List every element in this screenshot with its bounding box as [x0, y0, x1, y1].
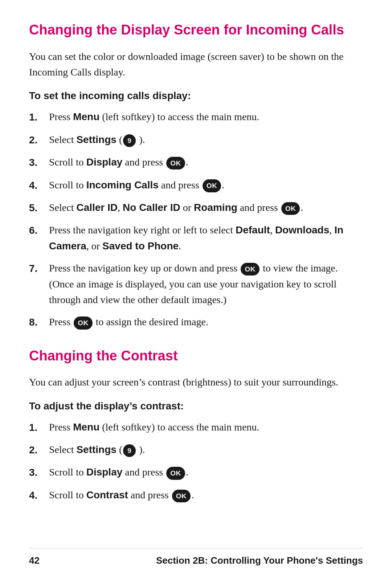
- step-1-4: 4. Scroll to Incoming Calls and press OK…: [29, 177, 363, 193]
- step-1-5: 5. Select Caller ID, No Caller ID or Roa…: [29, 200, 363, 216]
- ok-badge: OK: [172, 490, 191, 502]
- step-1-6: 6. Press the navigation key right or lef…: [29, 222, 363, 254]
- section2-intro: You can adjust your screen’s contrast (b…: [29, 374, 363, 390]
- step-content: Select Caller ID, No Caller ID or Roamin…: [49, 200, 363, 215]
- section1-intro: You can set the color or downloaded imag…: [29, 49, 363, 80]
- step-number: 2.: [29, 442, 49, 458]
- ok-badge: OK: [281, 202, 300, 215]
- step-1-1: 1. Press Menu (left softkey) to access t…: [29, 109, 363, 125]
- step-content: Select Settings (9 ).: [49, 442, 363, 457]
- step-content: Press Menu (left softkey) to access the …: [49, 109, 363, 124]
- step-content: Press Menu (left softkey) to access the …: [49, 419, 363, 435]
- step-1-8: 8. Press OK to assign the desired image.: [29, 314, 363, 330]
- ok-badge: OK: [74, 317, 93, 329]
- step-1-2: 2. Select Settings (9 ).: [29, 132, 363, 148]
- step-number: 3.: [29, 464, 49, 480]
- ok-badge: OK: [203, 179, 221, 192]
- step-number: 4.: [29, 487, 49, 503]
- step-number: 8.: [29, 314, 49, 330]
- footer-page-number: 42: [29, 555, 40, 566]
- section1-title: Changing the Display Screen for Incoming…: [29, 22, 363, 38]
- step-content: Press the navigation key right or left t…: [49, 222, 363, 254]
- step-content: Scroll to Incoming Calls and press OK.: [49, 177, 363, 193]
- step-number: 1.: [29, 109, 49, 125]
- step-2-3: 3. Scroll to Display and press OK.: [29, 464, 363, 480]
- num-badge-9: 9: [123, 444, 136, 457]
- step-number: 1.: [29, 419, 49, 435]
- step-number: 4.: [29, 177, 49, 193]
- section2-subsection-label: To adjust the display’s contrast:: [29, 400, 363, 412]
- step-number: 7.: [29, 260, 49, 276]
- step-number: 6.: [29, 222, 49, 238]
- step-2-4: 4. Scroll to Contrast and press OK.: [29, 487, 363, 503]
- step-content: Scroll to Contrast and press OK.: [49, 487, 363, 503]
- step-1-3: 3. Scroll to Display and press OK.: [29, 154, 363, 170]
- step-content: Select Settings (9 ).: [49, 132, 363, 147]
- step-2-1: 1. Press Menu (left softkey) to access t…: [29, 419, 363, 435]
- step-content: Scroll to Display and press OK.: [49, 464, 363, 480]
- footer-section-label: Section 2B: Controlling Your Phone's Set…: [156, 555, 363, 566]
- step-number: 5.: [29, 200, 49, 216]
- section1-subsection-label: To set the incoming calls display:: [29, 90, 363, 102]
- section2-title: Changing the Contrast: [29, 348, 363, 364]
- section1-steps-list: 1. Press Menu (left softkey) to access t…: [29, 109, 363, 330]
- step-content: Scroll to Display and press OK.: [49, 154, 363, 170]
- num-badge-9: 9: [123, 134, 136, 147]
- step-content: Press OK to assign the desired image.: [49, 314, 363, 330]
- step-number: 3.: [29, 154, 49, 170]
- footer: 42 Section 2B: Controlling Your Phone's …: [29, 548, 363, 566]
- ok-badge: OK: [241, 263, 260, 275]
- ok-badge: OK: [166, 157, 185, 170]
- step-2-2: 2. Select Settings (9 ).: [29, 442, 363, 458]
- ok-badge: OK: [166, 467, 185, 479]
- step-1-7: 7. Press the navigation key up or down a…: [29, 260, 363, 307]
- step-content: Press the navigation key up or down and …: [49, 260, 363, 307]
- section2-steps-list: 1. Press Menu (left softkey) to access t…: [29, 419, 363, 503]
- section2: Changing the Contrast You can adjust you…: [29, 348, 363, 503]
- step-number: 2.: [29, 132, 49, 148]
